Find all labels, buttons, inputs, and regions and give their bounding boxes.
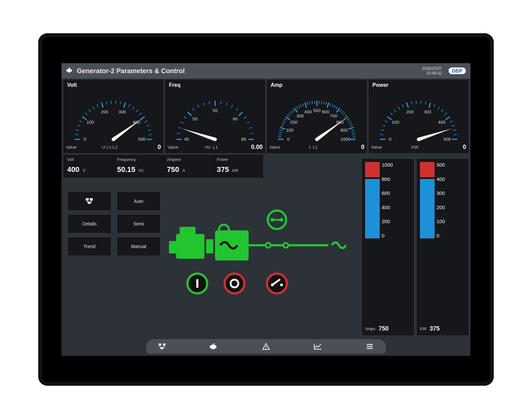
svg-line-109 (351, 130, 354, 130)
value-card-amp: Ampere 750A (163, 155, 213, 178)
svg-line-51 (244, 117, 246, 118)
value-card-freq: Frequency 50.15Hz (113, 155, 163, 178)
svg-line-131 (385, 121, 387, 122)
svg-text:60: 60 (233, 116, 238, 121)
svg-point-180 (267, 274, 287, 294)
svg-text:400: 400 (438, 120, 445, 125)
gauge-freq-mid: Hz- L1 (185, 145, 238, 150)
gauge-row: Volt 0100200300400500 Value U L1-L2 0 Fr… (62, 78, 470, 153)
nav-trend[interactable] (312, 341, 324, 352)
svg-point-178 (224, 274, 244, 294)
nav-alarm[interactable] (260, 341, 272, 352)
engine-icon (169, 227, 213, 259)
svg-line-95 (332, 104, 333, 107)
gauge-freq: Freq 4550556065 Value Hz- L1 0.00 (165, 80, 265, 153)
svg-line-70 (282, 123, 285, 124)
svg-line-74 (287, 115, 289, 117)
svg-line-76 (290, 111, 292, 113)
brand-logo: DEIF (449, 68, 466, 74)
nav-menu[interactable] (364, 341, 376, 352)
svg-line-148 (450, 121, 453, 122)
bar-kw: 5004003002001000 KW375 (417, 159, 468, 335)
svg-line-142 (429, 102, 431, 107)
svg-line-38 (181, 122, 183, 123)
start-button[interactable] (188, 274, 207, 294)
svg-point-126 (315, 138, 319, 141)
svg-line-79 (296, 107, 298, 109)
svg-line-105 (348, 121, 351, 122)
svg-point-34 (112, 138, 115, 141)
nav-engine[interactable] (208, 341, 220, 352)
generator-icon (215, 225, 249, 260)
svg-line-104 (347, 119, 350, 120)
svg-line-147 (446, 117, 450, 120)
svg-line-41 (193, 108, 194, 110)
svg-line-149 (452, 125, 455, 126)
trend-icon (314, 343, 322, 350)
svg-line-14 (116, 101, 116, 104)
svg-line-85 (310, 101, 310, 104)
svg-text:600: 600 (322, 109, 329, 114)
svg-line-112 (352, 137, 355, 137)
svg-marker-33 (112, 119, 142, 141)
svg-line-140 (421, 101, 421, 104)
details-button[interactable]: Details (68, 215, 111, 233)
layout-button[interactable] (68, 192, 111, 210)
single-line-diagram (162, 182, 360, 335)
svg-line-146 (445, 113, 447, 115)
semi-button[interactable]: Semi (117, 215, 160, 233)
svg-line-17 (129, 104, 130, 107)
gauge-volt-value: 0 (138, 144, 161, 151)
svg-text:700: 700 (330, 113, 337, 118)
svg-line-150 (453, 130, 456, 130)
svg-line-25 (149, 134, 152, 135)
svg-line-2 (75, 134, 78, 135)
gauge-amp: Amp 01002003004005006007008009001000 Val… (267, 80, 367, 153)
svg-line-99 (339, 109, 341, 112)
sine-icon (332, 242, 346, 248)
svg-rect-163 (88, 202, 91, 204)
trend-button[interactable]: Trend (68, 237, 111, 255)
svg-line-39 (184, 117, 186, 118)
mid-row: Auto Details Semi Trend Manual (62, 178, 470, 337)
svg-line-92 (326, 102, 327, 105)
device-bezel: Generator-2 Parameters & Control 2016/15… (38, 33, 494, 386)
svg-line-91 (324, 101, 324, 104)
svg-line-80 (298, 105, 300, 108)
svg-text:0: 0 (83, 137, 86, 142)
svg-line-97 (336, 107, 338, 109)
svg-line-110 (352, 132, 355, 133)
svg-line-129 (381, 130, 384, 130)
menu-icon (366, 344, 373, 349)
svg-line-5 (79, 121, 82, 122)
svg-line-9 (93, 107, 94, 109)
svg-line-43 (203, 102, 204, 105)
gauge-freq-value-label: Value (168, 145, 184, 150)
svg-text:300: 300 (296, 113, 304, 118)
svg-line-136 (402, 104, 403, 107)
svg-line-71 (283, 121, 286, 122)
auto-button[interactable]: Auto (117, 192, 160, 210)
gauge-power-title: Power (371, 81, 466, 89)
svg-line-75 (289, 113, 291, 115)
breaker-open-button[interactable] (267, 274, 287, 294)
svg-line-67 (279, 130, 282, 130)
svg-point-171 (283, 243, 288, 248)
engine-icon (66, 68, 73, 74)
stop-button[interactable] (224, 274, 244, 294)
gauge-freq-value: 0.00 (239, 144, 263, 151)
svg-line-108 (348, 127, 353, 129)
title-bar: Generator-2 Parameters & Control 2016/15… (62, 63, 470, 78)
manual-button[interactable]: Manual (117, 237, 160, 255)
gauge-power-value-label: Value (371, 145, 387, 150)
layout-icon (158, 343, 166, 350)
svg-rect-185 (163, 344, 166, 346)
svg-line-8 (89, 109, 91, 112)
svg-line-48 (231, 105, 233, 107)
bottom-nav (62, 337, 470, 356)
svg-line-107 (350, 125, 353, 126)
nav-layout[interactable] (156, 341, 168, 352)
gauge-power: Power 0100200300400500 Value KW 0 (369, 80, 468, 153)
svg-line-89 (319, 101, 320, 104)
svg-rect-161 (86, 198, 89, 201)
